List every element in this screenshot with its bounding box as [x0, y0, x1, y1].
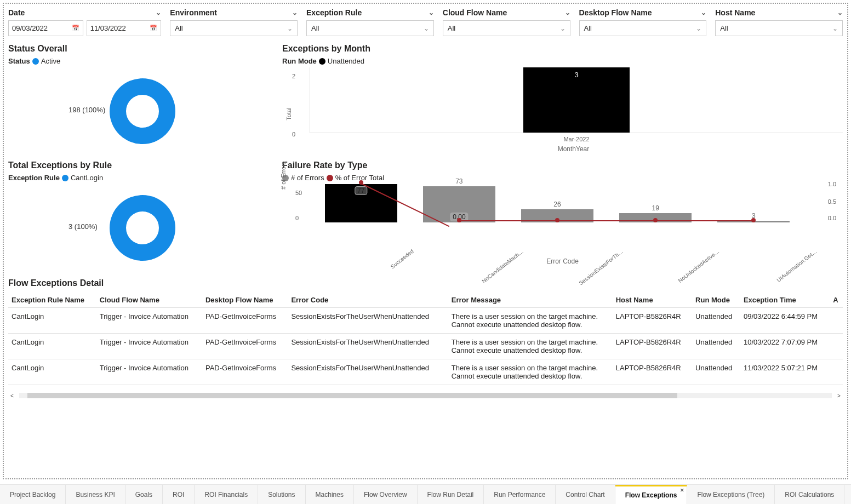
- tab-label: ROI: [173, 491, 184, 499]
- bar-no-candidate[interactable]: 73 0.00: [423, 186, 495, 222]
- chevron-down-icon[interactable]: ⌄: [701, 9, 706, 16]
- tab-roi-calculations[interactable]: ROI Calculations: [775, 485, 844, 504]
- desktop-flow-dropdown[interactable]: All⌄: [579, 20, 707, 36]
- tab-flow-run-detail[interactable]: Flow Run Detail: [418, 485, 484, 504]
- exceptions-by-month-title: Exceptions by Month: [282, 44, 843, 54]
- failure-rate-section: Failure Rate by Type # of Errors % of Er…: [282, 161, 843, 272]
- col-error-code[interactable]: Error Code: [288, 293, 448, 308]
- bar-value: 19: [652, 204, 659, 212]
- exception-rule-dropdown[interactable]: All⌄: [306, 20, 434, 36]
- status-overall-donut[interactable]: 198 (100%): [8, 67, 277, 155]
- line-segment: [459, 220, 754, 221]
- close-icon[interactable]: ✕: [680, 488, 684, 493]
- bar-succeeded[interactable]: 77: [325, 184, 397, 222]
- cell: Trigger - Invoice Automation: [96, 308, 202, 334]
- tab-label: Goals: [135, 491, 152, 499]
- col-run-mode[interactable]: Run Mode: [692, 293, 740, 308]
- exceptions-by-month-section: Exceptions by Month Run Mode Unattended …: [282, 44, 843, 161]
- horizontal-scrollbar[interactable]: < >: [8, 392, 843, 399]
- cell: LAPTOP-B5826R4R: [613, 334, 692, 359]
- dropdown-value: All: [175, 24, 182, 32]
- exceptions-by-rule-legend[interactable]: Exception Rule CantLogin: [8, 174, 277, 182]
- date-from-input[interactable]: 09/03/2022 📅: [8, 20, 83, 36]
- combo-plot-area: 77 73 0.00 26 19 3: [304, 184, 821, 222]
- date-to-input[interactable]: 11/03/2022 📅: [87, 20, 162, 36]
- cell: SessionExistsForTheUserWhenUnattended: [288, 308, 448, 334]
- col-error-message[interactable]: Error Message: [448, 293, 613, 308]
- tab-label: Flow Exceptions (Tree): [697, 491, 764, 499]
- col-exception-rule[interactable]: Exception Rule Name: [8, 293, 96, 308]
- scroll-track[interactable]: [19, 393, 832, 398]
- tab-project-backlog[interactable]: Project Backlog: [0, 485, 66, 504]
- tab-business-kpi[interactable]: Business KPI: [66, 485, 125, 504]
- failure-rate-title: Failure Rate by Type: [282, 161, 843, 170]
- tab-flow-exceptions-tree[interactable]: Flow Exceptions (Tree): [687, 485, 775, 504]
- exceptions-by-rule-donut[interactable]: 3 (100%): [8, 184, 277, 272]
- donut-data-label: 198 (100%): [68, 106, 105, 114]
- col-desktop-flow[interactable]: Desktop Flow Name: [202, 293, 288, 308]
- legend-dot-icon: [319, 58, 325, 65]
- table-row[interactable]: CantLogin Trigger - Invoice Automation P…: [8, 334, 843, 359]
- col-host-name[interactable]: Host Name: [613, 293, 692, 308]
- cloud-flow-dropdown[interactable]: All⌄: [443, 20, 570, 36]
- failure-rate-legend[interactable]: # of Errors % of Error Total: [282, 174, 843, 182]
- tab-flow-overview[interactable]: Flow Overview: [354, 485, 418, 504]
- col-a[interactable]: A: [830, 293, 843, 308]
- chevron-down-icon[interactable]: ⌄: [429, 9, 434, 16]
- charts-row-2: Total Exceptions by Rule Exception Rule …: [8, 161, 843, 272]
- tab-roi-financials[interactable]: ROI Financials: [195, 485, 258, 504]
- scroll-right-icon[interactable]: >: [835, 392, 843, 399]
- table-row[interactable]: CantLogin Trigger - Invoice Automation P…: [8, 359, 843, 385]
- tab-goals[interactable]: Goals: [125, 485, 163, 504]
- legend-label: Exception Rule: [8, 174, 60, 182]
- environment-dropdown[interactable]: All⌄: [170, 20, 298, 36]
- y-axis-label-left: # of Errors: [280, 162, 287, 190]
- chevron-down-icon: ⌄: [696, 25, 701, 32]
- exceptions-by-month-legend[interactable]: Run Mode Unattended: [282, 57, 843, 65]
- failure-rate-chart[interactable]: # of Errors 50 0 1.0 0.5 0.0 77 73 0.00: [282, 184, 843, 272]
- chevron-down-icon[interactable]: ⌄: [156, 9, 161, 16]
- exceptions-by-month-chart[interactable]: Total 2 0 3 Mar-2022 MonthYear: [282, 67, 843, 161]
- tab-solutions[interactable]: Solutions: [258, 485, 305, 504]
- col-exception-time[interactable]: Exception Time: [740, 293, 830, 308]
- status-overall-legend[interactable]: Status Active: [8, 57, 277, 65]
- y-tick-right: 1.0: [828, 181, 836, 187]
- tab-machines[interactable]: Machines: [306, 485, 354, 504]
- bar-mar-2022[interactable]: 3: [523, 67, 630, 133]
- tab-label: Run Performance: [494, 491, 545, 499]
- page-tabs: Project Backlog Business KPI Goals ROI R…: [0, 484, 851, 504]
- legend-item: CantLogin: [71, 174, 103, 182]
- chevron-down-icon: ⌄: [832, 25, 838, 32]
- col-cloud-flow[interactable]: Cloud Flow Name: [96, 293, 202, 308]
- tab-control-chart[interactable]: Control Chart: [556, 485, 615, 504]
- tab-run-performance[interactable]: Run Performance: [484, 485, 556, 504]
- chevron-down-icon[interactable]: ⌄: [565, 9, 570, 16]
- cell: Unattended: [692, 359, 740, 385]
- dropdown-value: All: [720, 24, 728, 32]
- chevron-down-icon[interactable]: ⌄: [292, 9, 298, 16]
- legend-dot-icon: [32, 58, 39, 65]
- scroll-left-icon[interactable]: <: [8, 392, 16, 399]
- calendar-icon: 📅: [150, 25, 157, 32]
- tab-flow-exceptions[interactable]: Flow Exceptions✕: [615, 485, 688, 504]
- flow-exceptions-detail-table[interactable]: Exception Rule Name Cloud Flow Name Desk…: [8, 293, 843, 385]
- tab-label: Control Chart: [566, 491, 604, 499]
- host-name-dropdown[interactable]: All⌄: [715, 20, 843, 36]
- charts-row-1: Status Overall Status Active 198 (100%) …: [8, 44, 843, 161]
- filter-host-name: Host Name⌄ All⌄: [715, 8, 843, 36]
- tab-roi[interactable]: ROI: [163, 485, 195, 504]
- cell: [830, 334, 843, 359]
- line-point: [653, 218, 658, 222]
- chevron-down-icon[interactable]: ⌄: [837, 9, 843, 16]
- filter-desktop-flow: Desktop Flow Name⌄ All⌄: [579, 8, 707, 36]
- tab-label: Solutions: [268, 491, 295, 499]
- cell: PAD-GetInvoiceForms: [202, 308, 288, 334]
- table-row[interactable]: CantLogin Trigger - Invoice Automation P…: [8, 308, 843, 334]
- date-to-value: 11/03/2022: [90, 24, 126, 32]
- chevron-down-icon: ⌄: [560, 25, 566, 32]
- cell: 09/03/2022 6:44:59 PM: [740, 308, 830, 334]
- cell: There is a user session on the target ma…: [448, 359, 613, 385]
- legend-item: Unattended: [328, 57, 364, 65]
- scroll-thumb[interactable]: [27, 393, 677, 398]
- label-text: Desktop Flow Name: [579, 8, 652, 17]
